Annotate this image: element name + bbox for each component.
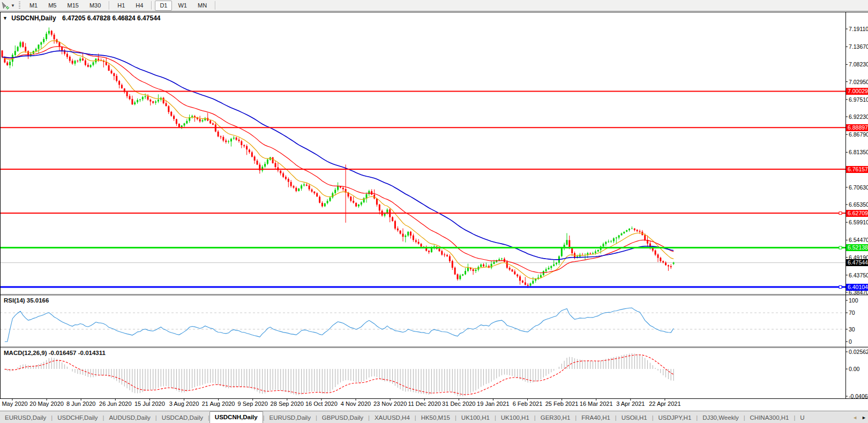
chart-symbol-label: USDCNH,Daily [11,14,56,22]
moving-average-line [2,47,674,273]
macd-axis-tick: 0.00 [849,366,859,372]
chart-svg [0,0,868,423]
date-axis-label: 20 May 2020 [29,401,64,407]
tab-audusd-daily[interactable]: AUDUSD,Daily [104,412,155,423]
price-axis-tick: 6.86790 [849,131,868,138]
moving-average-line [2,41,674,279]
date-axis-label: 16 Oct 2020 [305,401,338,407]
date-axis-label: 25 Feb 2021 [545,401,579,407]
price-line-label: 7.00029 [846,88,868,95]
toolbar-dropdown-caret-icon[interactable]: ▼ [11,3,15,8]
price-line-label: 6.76157 [846,166,868,173]
tab-eurusd-daily[interactable]: EURUSD,Daily [265,412,316,423]
tab-xauusd-h4[interactable]: XAUUSD,H4 [370,412,415,423]
price-axis-tick: 6.54470 [849,237,868,243]
chart-ohlc-values: 6.47205 6.47828 6.46824 6.47544 [62,14,161,22]
price-axis-tick: 7.19110 [849,26,868,32]
tab-usoil-h1[interactable]: USOil,H1 [617,412,652,423]
hline-drag-handle[interactable] [839,212,842,215]
tab-china300-h1[interactable]: CHINA300,H1 [745,412,794,423]
tab-eurusd-daily[interactable]: EURUSD,Daily [0,412,51,423]
price-axis-tick: 6.92230 [849,114,868,120]
rsi-axis-tick: 30 [849,326,855,333]
price-line-label: 6.40104 [846,284,868,291]
macd-signal-line [5,355,674,395]
toolbar-separator [151,1,152,10]
moving-average-line [2,51,674,260]
chart-tab-bar: EURUSD,Daily|USDCHF,Daily|AUDUSD,Daily|U… [0,411,868,423]
date-axis-label: 3 Apr 2021 [616,401,645,407]
horizontal-lines[interactable] [0,91,845,288]
price-line-label: 6.52138 [846,244,868,251]
chart-title: ▼ USDCNH,Daily 6.47205 6.47828 6.46824 6… [3,14,160,22]
price-line-label: 6.62709 [846,210,868,217]
date-axis-label: 21 Aug 2020 [202,401,235,407]
date-axis-label: 1 May 2020 [0,401,28,407]
date-axis-label: 28 Sep 2020 [271,401,304,407]
tab-scroll-right-icon[interactable]: ► [862,415,866,420]
price-axis-tick: 7.08230 [849,61,868,67]
tab-u[interactable]: U [795,412,809,423]
tab-usdjpy-h1[interactable]: USDJPY,H1 [654,412,697,423]
period-button-h1[interactable]: H1 [113,1,130,11]
rsi-axis-tick: 0 [849,338,852,345]
price-axis-tick: 6.97510 [849,96,868,103]
tab-dj30-weekly[interactable]: DJ30,Weekly [698,412,744,423]
price-line-label: 6.88897 [846,124,868,131]
date-axis-label: 9 Sep 2020 [238,401,268,407]
hline-drag-handle[interactable] [839,246,842,249]
price-axis-tick: 6.59910 [849,219,868,225]
toolbar-grip-handle[interactable] [19,2,20,9]
date-axis-label: 3 Aug 2020 [169,401,199,407]
period-button-m1[interactable]: M1 [25,1,42,11]
date-axis-label: 19 Jan 2021 [477,401,510,407]
tab-usdchf-daily[interactable]: USDCHF,Daily [53,412,102,423]
toolbar-separator [109,1,109,10]
date-axis-label: 4 Nov 2020 [341,401,371,407]
price-axis-tick: 7.02950 [849,79,868,85]
tab-usdcnh-daily[interactable]: USDCNH,Daily [209,411,263,423]
period-button-d1[interactable]: D1 [155,1,172,11]
period-button-mn[interactable]: MN [193,1,212,11]
date-axis-label: 31 Dec 2020 [442,401,475,407]
price-axis-tick: 6.70630 [849,184,868,191]
tab-scroll-arrows: ◄ ► [850,415,866,420]
date-axis-label: 23 Nov 2020 [373,401,407,407]
price-axis-tick: 6.43750 [849,272,868,278]
macd-indicator-label: MACD(12,26,9) -0.016457 -0.014311 [4,350,106,356]
period-button-m15[interactable]: M15 [62,1,83,11]
current-price-label: 6.47544 [846,259,868,266]
tab-uk100-h1[interactable]: UK100,H1 [496,412,534,423]
tab-gbpusd-daily[interactable]: GBPUSD,Daily [317,412,368,423]
tab-uk100-h1[interactable]: UK100,H1 [457,412,495,423]
toolbar-separator [215,1,215,10]
cursor-tool-icon[interactable] [1,1,10,10]
tab-ger30-h1[interactable]: GER30,H1 [536,412,575,423]
price-axis-tick: 6.65350 [849,201,868,208]
tab-usdcad-daily[interactable]: USDCAD,Daily [157,412,208,423]
period-button-m30[interactable]: M30 [85,1,106,11]
rsi-axis-tick: 100 [849,297,858,304]
hline-drag-handle[interactable] [839,286,842,289]
macd-axis-tick: -0.040687 [849,393,868,399]
rsi-indicator-label: RSI(14) 35.0166 [4,297,49,304]
period-button-w1[interactable]: W1 [173,1,192,11]
price-axis-tick: 6.81350 [849,149,868,155]
candles [2,27,675,288]
tab-fra40-h1[interactable]: FRA40,H1 [577,412,615,423]
date-axis-label: 22 Apr 2021 [649,401,680,407]
collapse-triangle-icon[interactable]: ▼ [3,16,8,21]
date-axis-label: 26 Jun 2020 [99,401,132,407]
date-axis-label: 6 Feb 2021 [513,401,543,407]
timeframe-toolbar: ▼ M1M5M15M30H1H4D1W1MN [0,0,868,11]
tab-hk50-m15[interactable]: HK50,M15 [416,412,455,423]
date-axis-label: 8 Jun 2020 [66,401,95,407]
rsi-axis-tick: 70 [849,309,855,316]
date-axis-label: 15 Jul 2020 [134,401,165,407]
period-button-m5[interactable]: M5 [43,1,61,11]
date-axis-label: 16 Mar 2021 [580,401,613,407]
mt4-window: ▼ M1M5M15M30H1H4D1W1MN ▼ USDCNH,Daily 6.… [0,0,868,423]
macd-axis-tick: 0.025623 [849,349,868,355]
period-button-h4[interactable]: H4 [131,1,148,11]
tab-scroll-left-icon[interactable]: ◄ [852,415,857,420]
